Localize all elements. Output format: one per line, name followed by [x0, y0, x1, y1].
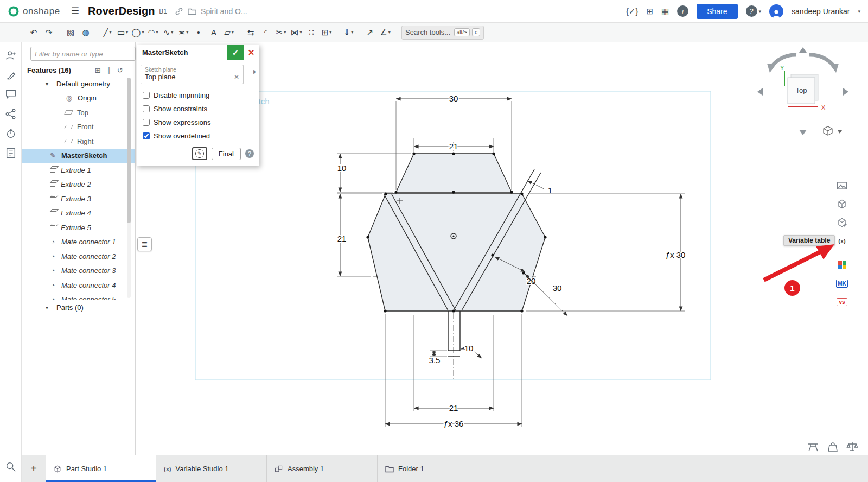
- measure-caliper-icon[interactable]: [807, 441, 819, 453]
- help-caret-icon[interactable]: ▾: [759, 9, 762, 14]
- onshape-logo[interactable]: onshape: [8, 5, 60, 17]
- circular-pattern-button[interactable]: ⊞▾: [320, 26, 333, 40]
- render-panel-icon[interactable]: [834, 177, 850, 194]
- feature-item-extrude-1[interactable]: Extrude 1: [22, 163, 135, 177]
- tree-scrollbar[interactable]: [127, 78, 131, 298]
- linear-pattern-button[interactable]: ∷: [305, 26, 318, 40]
- rectangle-tool-button[interactable]: ▭▾: [116, 26, 129, 40]
- caret-icon[interactable]: ▾: [142, 30, 144, 35]
- main-menu-icon[interactable]: ☰: [71, 5, 79, 17]
- folder-label[interactable]: Spirit and O...: [201, 7, 247, 16]
- feature-item-mastersketch[interactable]: ✎ MasterSketch: [22, 149, 135, 163]
- slot-tool-button[interactable]: ▱▾: [222, 26, 235, 40]
- dim-slot-length[interactable]: 20: [527, 276, 536, 286]
- help-icon[interactable]: ?: [746, 5, 757, 17]
- feature-item-mate-connector-4[interactable]: ◔ Mate connector 4: [22, 278, 135, 293]
- point-tool-button[interactable]: •: [192, 26, 205, 40]
- search-tools-box[interactable]: Search tools... alt/~ c: [401, 26, 484, 40]
- caret-icon[interactable]: ▾: [299, 30, 302, 35]
- resource-center-icon[interactable]: i: [677, 5, 688, 17]
- cancel-button[interactable]: ✕: [244, 45, 259, 60]
- caret-icon[interactable]: ▾: [171, 30, 173, 35]
- follow-mode-icon[interactable]: [0, 46, 22, 65]
- user-avatar[interactable]: [769, 4, 783, 18]
- feature-item-mate-connector-2[interactable]: ◔ Mate connector 2: [22, 249, 135, 264]
- view-left-arrow[interactable]: [757, 88, 763, 96]
- share-button[interactable]: Share: [697, 4, 737, 19]
- constraint-tool-button[interactable]: ⇆: [244, 26, 257, 40]
- feature-item-front-plane[interactable]: Front: [22, 120, 135, 135]
- dim-top-inner-width[interactable]: 21: [449, 142, 458, 151]
- show-constraints-checkbox[interactable]: [143, 105, 150, 112]
- configurations-panel-icon[interactable]: [834, 196, 850, 212]
- feature-item-mate-connector-5[interactable]: ◔ Mate connector 5: [22, 293, 135, 301]
- view-down-arrow[interactable]: [799, 130, 807, 135]
- convert-entities-button[interactable]: ◍: [79, 26, 92, 40]
- caret-icon[interactable]: ▾: [329, 30, 331, 35]
- feature-item-mate-connector-1[interactable]: ◔ Mate connector 1: [22, 235, 135, 250]
- mate-connector-toggle-icon[interactable]: ◑: [251, 67, 256, 77]
- caret-icon[interactable]: ▾: [156, 30, 158, 35]
- feature-item-extrude-5[interactable]: Extrude 5: [22, 220, 135, 235]
- sketch-plane-value[interactable]: Top plane: [145, 73, 234, 81]
- text-tool-button[interactable]: A: [207, 26, 220, 40]
- caret-icon[interactable]: ▾: [126, 30, 128, 35]
- feature-item-extrude-2[interactable]: Extrude 2: [22, 177, 135, 192]
- link-icon[interactable]: [175, 7, 183, 16]
- feature-list-flyout-button[interactable]: ≣: [137, 237, 152, 251]
- option-disable-imprinting[interactable]: Disable imprinting: [137, 88, 259, 102]
- caret-icon[interactable]: ▾: [284, 30, 286, 35]
- feature-item-extrude-4[interactable]: Extrude 4: [22, 206, 135, 221]
- trim-tool-button[interactable]: ✂▾: [275, 26, 288, 40]
- option-show-constraints[interactable]: Show constraints: [137, 102, 259, 116]
- rotate-ccw-arrowhead[interactable]: [767, 64, 776, 73]
- chevron-down-icon[interactable]: ▾: [46, 305, 48, 310]
- document-title[interactable]: RoverDesign: [88, 5, 155, 17]
- insert-feature-icon[interactable]: ⊞: [95, 66, 101, 74]
- suspend-icon[interactable]: ∥: [107, 66, 111, 74]
- undo-button[interactable]: ↶: [27, 26, 40, 40]
- tab-assembly-1[interactable]: Assembly 1: [267, 455, 378, 482]
- sketch-plane-field[interactable]: Sketch plane Top plane ✕: [141, 65, 244, 84]
- view-up-arrow[interactable]: [799, 47, 807, 53]
- spline-tool-button[interactable]: ∿▾: [162, 26, 175, 40]
- share-graph-icon[interactable]: [0, 104, 22, 124]
- add-tab-button[interactable]: +: [22, 455, 46, 482]
- caret-icon[interactable]: ▾: [351, 30, 353, 35]
- use-project-button[interactable]: ▧: [64, 26, 77, 40]
- dim-arm-length[interactable]: 30: [553, 283, 562, 293]
- user-name[interactable]: sandeep Urankar: [792, 7, 850, 16]
- origin-point[interactable]: [452, 235, 454, 237]
- tree-group-parts[interactable]: ▾ Parts (0): [22, 300, 135, 315]
- sketch-mode-toggle-button[interactable]: ✎: [192, 147, 207, 160]
- dim-leader-notch[interactable]: [474, 352, 482, 358]
- tree-scrollbar-thumb[interactable]: [127, 78, 131, 223]
- viewcube-face-label[interactable]: Top: [796, 86, 807, 94]
- caret-icon[interactable]: ▾: [388, 30, 391, 35]
- featurescript-icon[interactable]: {✓}: [626, 7, 639, 16]
- spreadsheet-icon[interactable]: ⊞: [646, 7, 653, 16]
- dialog-titlebar[interactable]: MasterSketch ✓ ✕: [137, 45, 259, 60]
- user-caret-icon[interactable]: ▾: [858, 9, 860, 14]
- show-overdefined-checkbox[interactable]: [143, 132, 150, 139]
- tab-part-studio-1[interactable]: Part Studio 1: [46, 455, 156, 482]
- scale-balance-icon[interactable]: [846, 441, 858, 453]
- dim-bottom-width[interactable]: ƒx 36: [444, 419, 464, 428]
- dim-right-height[interactable]: ƒx 30: [666, 250, 686, 259]
- offset-tool-button[interactable]: ≍▾: [177, 26, 190, 40]
- view-options-cube-icon[interactable]: [824, 126, 832, 135]
- dim-left-height[interactable]: 21: [337, 234, 347, 243]
- filter-input[interactable]: [30, 47, 136, 61]
- dim-top-width[interactable]: 30: [449, 94, 458, 103]
- view-right-arrow[interactable]: [843, 88, 848, 96]
- view-options-caret-icon[interactable]: [838, 130, 842, 134]
- custom-features-panel-icon[interactable]: [834, 214, 850, 231]
- trapezoid-profile[interactable]: [396, 154, 512, 192]
- dim-notch-width[interactable]: 10: [464, 344, 474, 353]
- folder-icon[interactable]: [188, 8, 196, 15]
- caret-icon[interactable]: ▾: [186, 30, 188, 35]
- mirror-tool-button[interactable]: ⋈▾: [290, 26, 303, 40]
- redo-button[interactable]: ↷: [42, 26, 55, 40]
- option-show-overdefined[interactable]: Show overdefined: [137, 129, 259, 143]
- fillet-tool-button[interactable]: ◜: [259, 26, 272, 40]
